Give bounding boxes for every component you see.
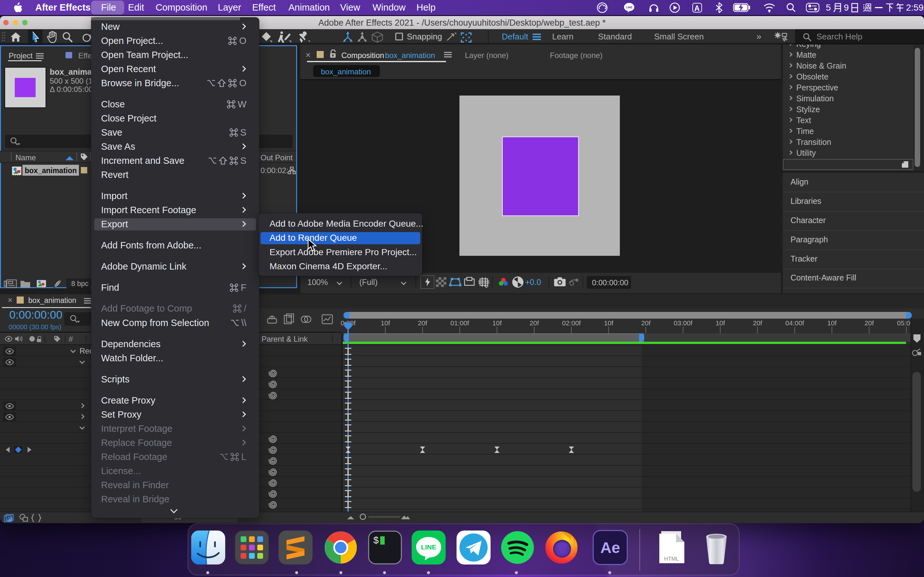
svg-text:Ae: Ae [600,539,620,556]
svg-text:LINE: LINE [421,543,436,551]
svg-text:$: $ [373,535,379,546]
svg-text:HTML: HTML [664,556,679,562]
svg-text:LINE: LINE [626,6,633,9]
